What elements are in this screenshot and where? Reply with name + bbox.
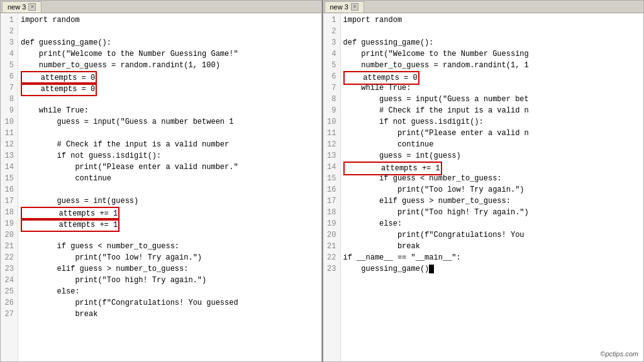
text-cursor	[429, 265, 434, 273]
code-line	[21, 229, 319, 241]
code-line: print(f"Congratulations! You guessed	[21, 297, 319, 309]
editor-panel-right: new 3 × 12345678910111213141516171819202…	[322, 0, 645, 362]
code-line: if __name__ == "__main__":	[343, 252, 641, 263]
code-line: attempts = 0	[21, 82, 319, 94]
code-line: def guessing_game():	[21, 37, 319, 48]
code-area-right: 1234567891011121314151617181920212223 im…	[323, 13, 644, 361]
code-line: print(f"Congratulations! You	[343, 229, 641, 241]
code-line: guess = int(guess)	[21, 195, 319, 207]
code-line: print("Too low! Try again.")	[21, 252, 319, 263]
code-line: def guessing_game():	[343, 37, 641, 48]
editors-container: new 3 × 12345678910111213141516171819202…	[0, 0, 644, 362]
code-line: # Check if the input is a valid number	[21, 139, 319, 150]
line-numbers-right: 1234567891011121314151617181920212223	[323, 13, 341, 361]
code-line: else:	[343, 218, 641, 229]
code-line	[21, 128, 319, 139]
code-line: attempts += 1	[343, 162, 641, 173]
code-line	[21, 184, 319, 195]
code-line: else:	[21, 286, 319, 297]
code-line: break	[21, 309, 319, 320]
code-line: print("Welcome to the Number Guessing Ga…	[21, 48, 319, 60]
code-line: guess = input("Guess a number between 1	[21, 116, 319, 128]
code-line: guessing_game()	[343, 263, 641, 275]
code-line: print("Welcome to the Number Guessing	[343, 48, 641, 60]
code-line: print("Please enter a valid n	[343, 128, 641, 139]
code-line: while True:	[343, 82, 641, 94]
code-line: while True:	[21, 105, 319, 116]
tab-bar-left: new 3 ×	[1, 1, 321, 13]
code-line: attempts = 0	[21, 71, 319, 82]
code-line: guess = int(guess)	[343, 150, 641, 162]
code-line: guess = input("Guess a number bet	[343, 94, 641, 105]
tab-right[interactable]: new 3 ×	[325, 1, 364, 13]
tab-left[interactable]: new 3 ×	[2, 1, 42, 13]
tab-label-right: new 3	[330, 3, 348, 11]
code-line: continue	[21, 173, 319, 184]
code-content-right[interactable]: import randomdef guessing_game(): print(…	[341, 13, 644, 361]
code-line: print("Too low! Try again.")	[343, 184, 641, 195]
code-line	[21, 26, 319, 37]
code-line	[343, 26, 641, 37]
code-line: import random	[343, 14, 641, 26]
code-area-left: 1234567891011121314151617181920212223242…	[1, 13, 321, 361]
code-content-left[interactable]: import randomdef guessing_game(): print(…	[18, 13, 321, 361]
close-tab-right[interactable]: ×	[351, 3, 358, 11]
code-line: break	[343, 241, 641, 252]
code-line: if not guess.isdigit():	[21, 150, 319, 162]
line-numbers-left: 1234567891011121314151617181920212223242…	[1, 13, 18, 361]
code-line	[21, 94, 319, 105]
code-line: number_to_guess = random.randint(1, 1	[343, 60, 641, 71]
code-line: import random	[21, 14, 319, 26]
code-line: elif guess > number_to_guess:	[343, 195, 641, 207]
tab-bar-right: new 3 ×	[323, 1, 644, 13]
editor-panel-left: new 3 × 12345678910111213141516171819202…	[0, 0, 322, 362]
close-tab-left[interactable]: ×	[28, 3, 36, 11]
tab-label-left: new 3	[8, 3, 26, 11]
code-line: print("Too high! Try again.")	[21, 275, 319, 286]
code-line: print("Please enter a valid number."	[21, 162, 319, 173]
code-line: if guess < number_to_guess:	[343, 173, 641, 184]
code-line: attempts += 1	[21, 218, 319, 229]
code-line: attempts = 0	[343, 71, 641, 82]
code-line: continue	[343, 139, 641, 150]
code-line: attempts += 1	[21, 207, 319, 218]
watermark: ©pctips.com	[600, 350, 638, 358]
code-line: if guess < number_to_guess:	[21, 241, 319, 252]
code-line: number_to_guess = random.randint(1, 100)	[21, 60, 319, 71]
code-line: print("Too high! Try again.")	[343, 207, 641, 218]
code-line: # Check if the input is a valid n	[343, 105, 641, 116]
code-line: if not guess.isdigit():	[343, 116, 641, 128]
code-line: elif guess > number_to_guess:	[21, 263, 319, 275]
